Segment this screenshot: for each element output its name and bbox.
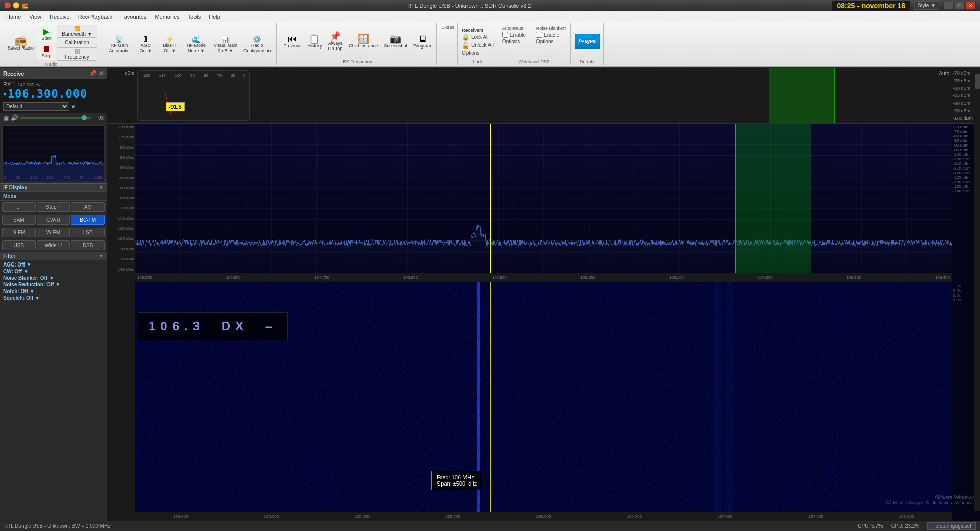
- volume-slider[interactable]: [20, 117, 91, 119]
- notch-off-item[interactable]: Notch: Off ▼: [3, 288, 104, 294]
- stop-button[interactable]: ⏹ Stop: [37, 43, 56, 60]
- mode-step-button[interactable]: Step ≡: [37, 202, 70, 212]
- preset-dropdown-icon[interactable]: ▼: [70, 104, 76, 110]
- toolbar: 📻 Select Radio ▶ Start ⏹ Stop 📶 Bandwidt…: [0, 22, 980, 67]
- rx-hz-label: 142,060 Hz: [17, 82, 41, 87]
- start-icon: ▶: [43, 28, 50, 36]
- nb-options[interactable]: Options: [536, 39, 566, 44]
- status-left-text: RTL Dongle USB - Unknown, BW = 1.000 MHz: [4, 523, 110, 529]
- menu-receive[interactable]: Receive: [45, 13, 74, 21]
- automute-enable-row[interactable]: Enable: [502, 32, 526, 38]
- hf-mode-button[interactable]: 🌊 HF ModeNone ▼: [182, 34, 210, 55]
- frequency-icon: 🔢: [74, 49, 80, 54]
- minimize-button[interactable]: ─: [943, 2, 953, 10]
- frequency-button[interactable]: 🔢 Frequency: [57, 47, 97, 61]
- dbm-meter: dBm -120 -110 -100 -90 -80 -70 -60 0 -9: [107, 68, 980, 124]
- mode-dsb-button[interactable]: DSB: [71, 240, 105, 250]
- menu-favourites[interactable]: Favourites: [116, 13, 151, 21]
- dbm-scale-left: -70 dBm -75 dBm -80 dBm -85 dBm -90 dBm …: [107, 124, 135, 282]
- noise-reduction-off-item[interactable]: Noise Reduction: Off ▼: [3, 282, 104, 287]
- bars-icon: ▦: [3, 114, 9, 122]
- mini-spectrum-canvas: [3, 126, 105, 181]
- previous-button[interactable]: ⏮ Previous: [281, 33, 304, 50]
- lock-options-item[interactable]: Options: [462, 50, 479, 56]
- automute-enable-checkbox[interactable]: [502, 32, 508, 38]
- mode-cwu-button[interactable]: CW-U: [37, 215, 70, 225]
- noise-blanker-off-item[interactable]: Noise Blanker: Off ▼: [3, 275, 104, 281]
- menu-rec-playback[interactable]: Rec/Playback: [74, 13, 116, 21]
- toolbar-radio-group: 📻 Select Radio ▶ Start ⏹ Stop 📶 Bandwidt…: [2, 23, 101, 65]
- child-instance-button[interactable]: 🪟 Child Instance: [346, 33, 380, 50]
- mode-nfm-button[interactable]: N-FM: [2, 228, 36, 237]
- panel-close-button[interactable]: ✕: [99, 70, 104, 77]
- waterfall-cursor-line: [490, 282, 491, 512]
- radio-group-label: Radio: [45, 61, 58, 67]
- vertical-scrollbar[interactable]: [974, 68, 980, 511]
- toolbar-controls-group: 📡 RF GainAutomatic 🎚 AGCOn ▼ ⚡ Bias-TOff…: [102, 23, 277, 65]
- left-panel: Receive 📌 ✕ RX 1 142,060 Hz ● 106.300.00…: [0, 68, 107, 521]
- agc-on-button[interactable]: 🎚 AGCOn ▼: [134, 34, 157, 55]
- menu-tools[interactable]: Tools: [184, 13, 205, 21]
- always-on-top-button[interactable]: 📌 AlwaysOn Top: [325, 30, 345, 53]
- squelch-off-item[interactable]: Squelch: Off ▼: [3, 295, 104, 301]
- waterfall-freq-axis: 104.000 104.500 105.000 105.500 106.000 …: [135, 512, 952, 521]
- waterfall-plot[interactable]: 106.3 DX – Freq: 106 MHz Span: ±500 kHz …: [135, 282, 980, 521]
- start-button[interactable]: ▶ Start: [37, 26, 56, 42]
- preset-select[interactable]: Default: [3, 102, 69, 111]
- mode-bcfm-button[interactable]: BC-FM: [71, 215, 105, 225]
- mode-sam-button[interactable]: SAM: [2, 215, 36, 225]
- rx-freq-group-label: RX Frequency: [342, 58, 372, 64]
- always-on-top-icon: 📌: [330, 32, 341, 41]
- mode-usb-button[interactable]: USB: [2, 240, 36, 250]
- scroll-thumb[interactable]: [975, 74, 980, 89]
- rx-frequency-display[interactable]: 106.300.000: [8, 87, 88, 100]
- mode-dots-button[interactable]: ...: [2, 202, 36, 212]
- menu-memories[interactable]: Memories: [151, 13, 183, 21]
- close-button[interactable]: ✕: [966, 2, 976, 10]
- main-display: dBm -120 -110 -100 -90 -80 -70 -60 0 -9: [107, 68, 980, 521]
- nb-enable-row[interactable]: Enable: [536, 32, 566, 38]
- screenshot-button[interactable]: 📷 Screenshot: [381, 33, 410, 50]
- radio-config-button[interactable]: ⚙️ RadioConfiguration: [241, 34, 274, 55]
- calibration-button[interactable]: Calibration: [57, 39, 97, 46]
- if-display-expand[interactable]: ▼: [99, 185, 104, 190]
- window-title: RTL Dongle USB - Unknown :: SDR Console …: [106, 3, 832, 9]
- bias-t-button[interactable]: ⚡ Bias-TOff ▼: [158, 34, 181, 55]
- automute-label: Auto-mute:: [502, 26, 526, 31]
- main-spectrum-canvas[interactable]: [135, 124, 952, 282]
- mode-row-4: USB Wide-U DSB: [0, 239, 107, 252]
- nb-enable-checkbox[interactable]: [536, 32, 542, 38]
- spectrum-canvas[interactable]: [252, 68, 980, 123]
- style-dropdown[interactable]: Style ▼: [914, 1, 939, 10]
- spectrum-highlight: [735, 124, 811, 273]
- automute-options[interactable]: Options: [502, 39, 526, 44]
- mode-lsb-button[interactable]: LSB: [71, 228, 105, 237]
- select-radio-button[interactable]: 📻 Select Radio: [5, 34, 36, 52]
- bandwidth-button[interactable]: 📶 Bandwidth ▼: [57, 25, 97, 38]
- cw-off-item[interactable]: CW: Off ▼: [3, 269, 104, 274]
- menu-help[interactable]: Help: [205, 13, 225, 21]
- history-button[interactable]: 📋 History: [305, 33, 324, 50]
- mode-wideu-button[interactable]: Wide-U: [37, 240, 70, 250]
- rf-gain-button[interactable]: 📡 RF GainAutomatic: [105, 34, 133, 55]
- lock-all-item[interactable]: 🔒 Lock All: [462, 34, 488, 41]
- spectrum-plot[interactable]: -70 dBm -75 dBm -80 dBm -85 dBm -90 dBm …: [135, 124, 980, 282]
- mode-wfm-button[interactable]: W-FM: [37, 228, 70, 237]
- clock-display: 08:25 - november 18: [832, 0, 910, 11]
- program-button[interactable]: 🖥 Program: [411, 33, 434, 50]
- paypal-donate-button[interactable]: 𝓟 PayPal: [575, 34, 600, 49]
- cursor-line: [490, 124, 491, 273]
- menu-home[interactable]: Home: [2, 13, 25, 21]
- menu-view[interactable]: View: [25, 13, 45, 21]
- hf-mode-icon: 🌊: [192, 36, 201, 43]
- agc-off-item[interactable]: AGC: Off ▼: [3, 262, 104, 268]
- visual-gain-button[interactable]: 📊 Visual Gain0 dB ▼: [211, 34, 240, 55]
- taskbar-item[interactable]: Förstoringsglaset: [927, 522, 976, 530]
- unlock-all-item[interactable]: 🔓 Unlock All: [462, 42, 494, 49]
- maximize-button[interactable]: □: [954, 2, 965, 10]
- paypal-icon: 𝓟: [578, 38, 581, 45]
- mode-am-button[interactable]: AM: [71, 202, 105, 212]
- dbm-unit-label: dBm: [108, 70, 134, 76]
- filter-expand-icon[interactable]: ▼: [99, 253, 104, 259]
- panel-pin-icon[interactable]: 📌: [89, 70, 96, 77]
